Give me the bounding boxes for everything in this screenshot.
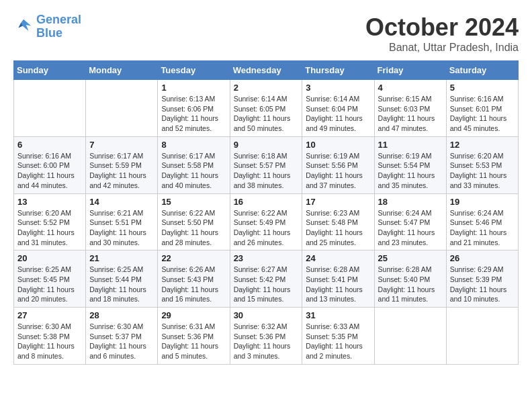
day-number: 27: [17, 310, 82, 320]
calendar-cell: 17Sunrise: 6:23 AM Sunset: 5:48 PM Dayli…: [302, 193, 374, 250]
day-info: Sunrise: 6:24 AM Sunset: 5:46 PM Dayligh…: [450, 208, 515, 248]
day-info: Sunrise: 6:20 AM Sunset: 5:52 PM Dayligh…: [17, 208, 82, 248]
day-info: Sunrise: 6:16 AM Sunset: 6:00 PM Dayligh…: [17, 151, 82, 191]
day-info: Sunrise: 6:28 AM Sunset: 5:41 PM Dayligh…: [306, 265, 370, 304]
location-subtitle: Banat, Uttar Pradesh, India: [365, 42, 519, 54]
day-number: 18: [378, 197, 443, 207]
weekday-header-sunday: Sunday: [14, 61, 86, 80]
day-info: Sunrise: 6:14 AM Sunset: 6:05 PM Dayligh…: [234, 94, 299, 134]
calendar-cell: 3Sunrise: 6:14 AM Sunset: 6:04 PM Daylig…: [302, 80, 374, 137]
calendar-cell: 24Sunrise: 6:28 AM Sunset: 5:41 PM Dayli…: [302, 250, 374, 308]
calendar-cell: 11Sunrise: 6:19 AM Sunset: 5:54 PM Dayli…: [374, 136, 446, 193]
calendar-cell: 26Sunrise: 6:29 AM Sunset: 5:39 PM Dayli…: [446, 250, 518, 308]
month-title: October 2024: [365, 13, 519, 42]
day-number: 8: [161, 140, 226, 150]
title-area: October 2024 Banat, Uttar Pradesh, India: [365, 13, 519, 54]
calendar-header-row: SundayMondayTuesdayWednesdayThursdayFrid…: [14, 61, 519, 80]
calendar-cell: [86, 80, 158, 137]
weekday-header-wednesday: Wednesday: [230, 61, 302, 80]
day-number: 16: [234, 197, 299, 207]
day-number: 3: [306, 83, 370, 93]
weekday-header-thursday: Thursday: [302, 61, 374, 80]
day-info: Sunrise: 6:20 AM Sunset: 5:53 PM Dayligh…: [450, 151, 515, 191]
day-number: 19: [450, 197, 515, 207]
day-info: Sunrise: 6:18 AM Sunset: 5:57 PM Dayligh…: [234, 151, 299, 191]
day-info: Sunrise: 6:17 AM Sunset: 5:59 PM Dayligh…: [89, 151, 154, 191]
calendar-cell: 18Sunrise: 6:24 AM Sunset: 5:47 PM Dayli…: [374, 193, 446, 250]
day-number: 10: [306, 140, 370, 150]
calendar-cell: 12Sunrise: 6:20 AM Sunset: 5:53 PM Dayli…: [446, 136, 518, 193]
logo-line1: General: [36, 13, 81, 26]
day-info: Sunrise: 6:25 AM Sunset: 5:45 PM Dayligh…: [17, 265, 82, 304]
calendar-week-row: 27Sunrise: 6:30 AM Sunset: 5:38 PM Dayli…: [14, 308, 519, 365]
calendar-cell: 1Sunrise: 6:13 AM Sunset: 6:06 PM Daylig…: [158, 80, 230, 137]
day-number: 2: [234, 83, 299, 93]
calendar-cell: 15Sunrise: 6:22 AM Sunset: 5:50 PM Dayli…: [158, 193, 230, 250]
day-info: Sunrise: 6:32 AM Sunset: 5:36 PM Dayligh…: [234, 322, 299, 361]
day-number: 23: [234, 253, 299, 263]
day-info: Sunrise: 6:22 AM Sunset: 5:49 PM Dayligh…: [234, 208, 299, 248]
day-number: 9: [234, 140, 299, 150]
calendar-cell: [374, 308, 446, 365]
day-number: 31: [306, 310, 370, 320]
day-number: 6: [17, 140, 82, 150]
calendar-cell: 30Sunrise: 6:32 AM Sunset: 5:36 PM Dayli…: [230, 308, 302, 365]
calendar-cell: 20Sunrise: 6:25 AM Sunset: 5:45 PM Dayli…: [14, 250, 86, 308]
day-number: 20: [17, 253, 82, 263]
calendar-cell: 28Sunrise: 6:30 AM Sunset: 5:37 PM Dayli…: [86, 308, 158, 365]
calendar-week-row: 13Sunrise: 6:20 AM Sunset: 5:52 PM Dayli…: [14, 193, 519, 250]
calendar-cell: [446, 308, 518, 365]
calendar-cell: 16Sunrise: 6:22 AM Sunset: 5:49 PM Dayli…: [230, 193, 302, 250]
logo-text: General Blue: [36, 13, 81, 40]
day-number: 26: [450, 253, 515, 263]
day-number: 30: [234, 310, 299, 320]
calendar-cell: 31Sunrise: 6:33 AM Sunset: 5:35 PM Dayli…: [302, 308, 374, 365]
header: General Blue October 2024 Banat, Uttar P…: [13, 13, 519, 54]
calendar-week-row: 20Sunrise: 6:25 AM Sunset: 5:45 PM Dayli…: [14, 250, 519, 308]
day-number: 11: [378, 140, 443, 150]
day-info: Sunrise: 6:29 AM Sunset: 5:39 PM Dayligh…: [450, 265, 515, 304]
day-number: 13: [17, 197, 82, 207]
weekday-header-friday: Friday: [374, 61, 446, 80]
day-info: Sunrise: 6:27 AM Sunset: 5:42 PM Dayligh…: [234, 265, 299, 304]
day-number: 28: [89, 310, 154, 320]
day-info: Sunrise: 6:30 AM Sunset: 5:37 PM Dayligh…: [89, 322, 154, 361]
day-number: 12: [450, 140, 515, 150]
day-number: 14: [89, 197, 154, 207]
day-number: 7: [89, 140, 154, 150]
day-info: Sunrise: 6:17 AM Sunset: 5:58 PM Dayligh…: [161, 151, 226, 191]
calendar-week-row: 1Sunrise: 6:13 AM Sunset: 6:06 PM Daylig…: [14, 80, 519, 137]
calendar-cell: 23Sunrise: 6:27 AM Sunset: 5:42 PM Dayli…: [230, 250, 302, 308]
weekday-header-saturday: Saturday: [446, 61, 518, 80]
calendar-cell: 2Sunrise: 6:14 AM Sunset: 6:05 PM Daylig…: [230, 80, 302, 137]
calendar-cell: 21Sunrise: 6:25 AM Sunset: 5:44 PM Dayli…: [86, 250, 158, 308]
day-number: 29: [161, 310, 226, 320]
calendar-cell: 25Sunrise: 6:28 AM Sunset: 5:40 PM Dayli…: [374, 250, 446, 308]
day-number: 4: [378, 83, 443, 93]
calendar-cell: 29Sunrise: 6:31 AM Sunset: 5:36 PM Dayli…: [158, 308, 230, 365]
calendar-body: 1Sunrise: 6:13 AM Sunset: 6:06 PM Daylig…: [14, 80, 519, 365]
day-info: Sunrise: 6:30 AM Sunset: 5:38 PM Dayligh…: [17, 322, 82, 361]
day-info: Sunrise: 6:24 AM Sunset: 5:47 PM Dayligh…: [378, 208, 443, 248]
calendar-cell: 22Sunrise: 6:26 AM Sunset: 5:43 PM Dayli…: [158, 250, 230, 308]
logo: General Blue: [13, 13, 81, 40]
day-info: Sunrise: 6:19 AM Sunset: 5:54 PM Dayligh…: [378, 151, 443, 191]
calendar-cell: 9Sunrise: 6:18 AM Sunset: 5:57 PM Daylig…: [230, 136, 302, 193]
day-number: 1: [161, 83, 226, 93]
day-info: Sunrise: 6:28 AM Sunset: 5:40 PM Dayligh…: [378, 265, 443, 304]
day-number: 25: [378, 253, 443, 263]
day-number: 21: [89, 253, 154, 263]
day-number: 5: [450, 83, 515, 93]
day-info: Sunrise: 6:31 AM Sunset: 5:36 PM Dayligh…: [161, 322, 226, 361]
day-number: 24: [306, 253, 370, 263]
logo-line2: Blue: [36, 26, 62, 40]
calendar-table: SundayMondayTuesdayWednesdayThursdayFrid…: [13, 60, 519, 365]
day-info: Sunrise: 6:16 AM Sunset: 6:01 PM Dayligh…: [450, 94, 515, 134]
calendar-cell: 6Sunrise: 6:16 AM Sunset: 6:00 PM Daylig…: [14, 136, 86, 193]
day-info: Sunrise: 6:15 AM Sunset: 6:03 PM Dayligh…: [378, 94, 443, 134]
day-info: Sunrise: 6:22 AM Sunset: 5:50 PM Dayligh…: [161, 208, 226, 248]
calendar-cell: 27Sunrise: 6:30 AM Sunset: 5:38 PM Dayli…: [14, 308, 86, 365]
calendar-cell: 13Sunrise: 6:20 AM Sunset: 5:52 PM Dayli…: [14, 193, 86, 250]
logo-icon: [13, 17, 34, 37]
weekday-header-tuesday: Tuesday: [158, 61, 230, 80]
